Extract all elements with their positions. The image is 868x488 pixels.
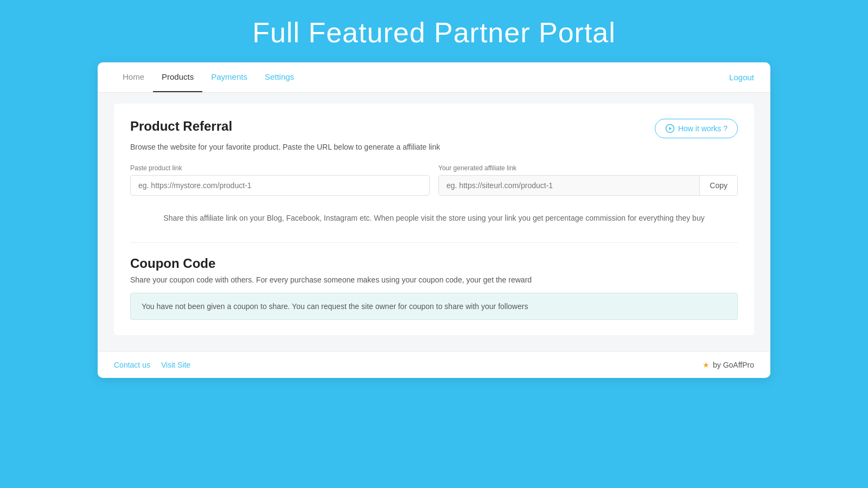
tab-home[interactable]: Home bbox=[114, 62, 153, 92]
how-it-works-button[interactable]: How it works ? bbox=[655, 119, 738, 138]
product-referral-title: Product Referral bbox=[130, 119, 232, 134]
contact-us-link[interactable]: Contact us bbox=[114, 361, 150, 369]
generated-link-label: Your generated affiliate link bbox=[438, 164, 738, 172]
footer-brand: ★ by GoAffPro bbox=[703, 361, 754, 369]
coupon-code-title: Coupon Code bbox=[130, 256, 738, 271]
tab-payments[interactable]: Payments bbox=[202, 62, 256, 92]
coupon-code-section: Coupon Code Share your coupon code with … bbox=[130, 256, 738, 320]
section-divider bbox=[130, 242, 738, 243]
share-text: Share this affiliate link on your Blog, … bbox=[130, 207, 738, 229]
link-input-row: Paste product link Your generated affili… bbox=[130, 164, 738, 196]
nav-tabs: Home Products Payments Settings bbox=[114, 62, 303, 92]
coupon-code-subtitle: Share your coupon code with others. For … bbox=[130, 275, 738, 284]
play-icon bbox=[665, 124, 675, 133]
star-icon: ★ bbox=[703, 361, 710, 369]
product-referral-title-row: Product Referral How it works ? bbox=[130, 119, 738, 138]
generated-link-input-wrapper: Copy bbox=[438, 175, 738, 196]
main-content: Product Referral How it works ? Browse t… bbox=[98, 104, 770, 351]
generated-link-input[interactable] bbox=[439, 176, 699, 195]
coupon-notice: You have not been given a coupon to shar… bbox=[130, 293, 738, 320]
svg-marker-1 bbox=[669, 127, 672, 130]
copy-button[interactable]: Copy bbox=[699, 176, 737, 195]
product-referral-card: Product Referral How it works ? Browse t… bbox=[114, 104, 754, 335]
tab-settings[interactable]: Settings bbox=[256, 62, 303, 92]
visit-site-link[interactable]: Visit Site bbox=[161, 361, 190, 369]
page-header: Full Featured Partner Portal bbox=[0, 0, 868, 62]
paste-link-group: Paste product link bbox=[130, 164, 430, 196]
paste-link-label: Paste product link bbox=[130, 164, 430, 172]
paste-link-input[interactable] bbox=[130, 175, 430, 196]
brand-label: by GoAffPro bbox=[713, 361, 754, 369]
logout-button[interactable]: Logout bbox=[729, 73, 754, 82]
footer: Contact us Visit Site ★ by GoAffPro bbox=[98, 351, 770, 378]
product-referral-subtitle: Browse the website for your favorite pro… bbox=[130, 143, 738, 151]
nav: Home Products Payments Settings Logout bbox=[98, 62, 770, 93]
tab-products[interactable]: Products bbox=[153, 62, 202, 92]
portal-container: Home Products Payments Settings Logout P… bbox=[98, 62, 770, 378]
generated-link-group: Your generated affiliate link Copy bbox=[438, 164, 738, 196]
